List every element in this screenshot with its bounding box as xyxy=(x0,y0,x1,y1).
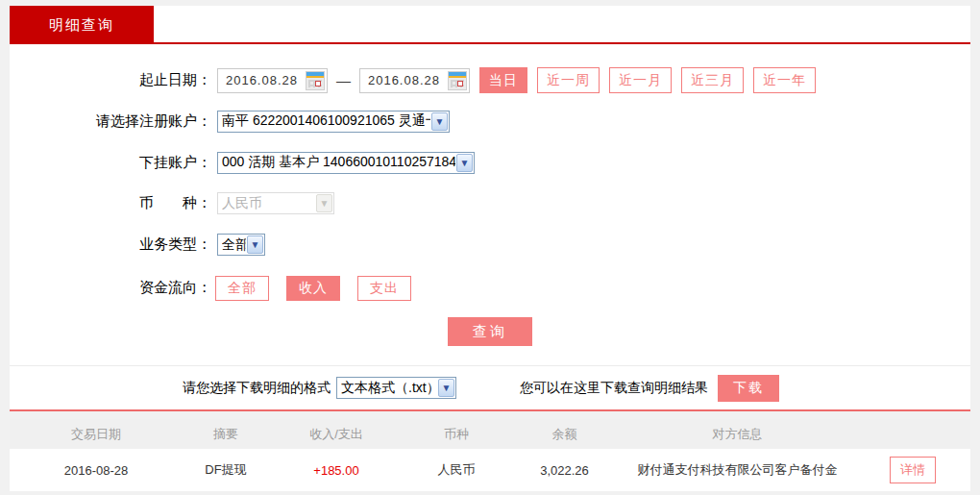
range-button-last-week[interactable]: 近一周 xyxy=(537,67,600,93)
currency-select: 人民币 ▼ xyxy=(217,192,334,214)
range-button-today[interactable]: 当日 xyxy=(479,67,527,93)
header-income-expense: 收入/支出 xyxy=(269,426,404,443)
chevron-down-icon[interactable]: ▼ xyxy=(431,112,448,131)
download-format-value: 文本格式（.txt） xyxy=(341,380,437,397)
end-date-input[interactable]: 2016.08.28 xyxy=(359,68,470,93)
range-button-last-3-months[interactable]: 近三月 xyxy=(681,67,744,93)
detail-button[interactable]: 详情 xyxy=(890,457,936,483)
download-format-select[interactable]: 文本格式（.txt） ▼ xyxy=(336,377,456,399)
fund-flow-all-button[interactable]: 全部 xyxy=(215,276,269,301)
end-date-value: 2016.08.28 xyxy=(360,73,448,87)
register-account-row: 请选择注册账户： 南平 6222001406100921065 灵通卡 ▼ xyxy=(10,110,970,133)
cell-currency: 人民币 xyxy=(404,461,509,479)
cell-summary: DF提现 xyxy=(183,461,269,479)
business-type-value: 全部 xyxy=(222,236,246,254)
register-account-label: 请选择注册账户： xyxy=(10,112,211,131)
currency-label: 币 种： xyxy=(10,194,211,212)
business-type-label: 业务类型： xyxy=(10,235,211,254)
date-range-dash: — xyxy=(336,72,351,88)
currency-value: 人民币 xyxy=(222,195,315,212)
register-account-select[interactable]: 南平 6222001406100921065 灵通卡 ▼ xyxy=(217,111,450,133)
cell-trade-date: 2016-08-28 xyxy=(10,463,183,478)
table-header-row: 交易日期 摘要 收入/支出 币种 余额 对方信息 xyxy=(10,419,970,449)
date-range-label: 起止日期： xyxy=(10,71,211,89)
cell-balance: 3,022.26 xyxy=(509,463,620,478)
calendar-icon[interactable] xyxy=(448,71,467,90)
calendar-icon[interactable] xyxy=(306,71,325,90)
fund-flow-row: 资金流向： 全部 收入 支出 xyxy=(10,275,970,301)
start-date-input[interactable]: 2016.08.28 xyxy=(217,68,328,93)
header-summary: 摘要 xyxy=(183,426,269,443)
business-type-row: 业务类型： 全部 ▼ xyxy=(10,234,970,256)
sub-account-label: 下挂账户： xyxy=(10,154,211,172)
sub-account-select[interactable]: 000 活期 基本户 1406600101102571848 ▼ xyxy=(217,152,475,174)
fund-flow-income-button[interactable]: 收入 xyxy=(286,276,340,301)
sub-account-row: 下挂账户： 000 活期 基本户 1406600101102571848 ▼ xyxy=(10,151,970,174)
register-account-value: 南平 6222001406100921065 灵通卡 xyxy=(222,112,430,130)
cell-counterparty: 财付通支付科技有限公司客户备付金 xyxy=(620,461,855,479)
fund-flow-expense-button[interactable]: 支出 xyxy=(357,276,411,301)
chevron-down-icon: ▼ xyxy=(316,194,332,212)
tab-detail-query[interactable]: 明细查询 xyxy=(10,6,154,44)
cell-amount: +185.00 xyxy=(269,463,404,478)
header-counterparty: 对方信息 xyxy=(620,426,855,443)
header-balance: 余额 xyxy=(509,426,620,443)
table-top-divider xyxy=(10,409,970,411)
chevron-down-icon[interactable]: ▼ xyxy=(438,379,454,397)
table-row: 2016-08-28 DF提现 +185.00 人民币 3,022.26 财付通… xyxy=(10,449,970,491)
sub-account-value: 000 活期 基本户 1406600101102571848 xyxy=(222,154,455,171)
date-range-row: 起止日期： 2016.08.28 — 2016.08.28 当日 近一周 近一月… xyxy=(10,67,970,93)
tab-bar: 明细查询 xyxy=(10,6,970,44)
download-format-label: 请您选择下载明细的格式 xyxy=(183,380,331,397)
business-type-select[interactable]: 全部 ▼ xyxy=(217,234,265,256)
download-hint-text: 您可以在这里下载查询明细结果 xyxy=(520,380,708,397)
start-date-value: 2016.08.28 xyxy=(218,73,306,87)
range-button-last-month[interactable]: 近一月 xyxy=(609,67,672,93)
page: 明细查询 起止日期： 2016.08.28 — 2016.08.28 当日 近一… xyxy=(0,0,980,491)
chevron-down-icon[interactable]: ▼ xyxy=(247,235,263,254)
fund-flow-label: 资金流向： xyxy=(10,279,211,297)
range-button-last-year[interactable]: 近一年 xyxy=(753,67,816,93)
currency-row: 币 种： 人民币 ▼ xyxy=(10,192,970,214)
header-currency: 币种 xyxy=(404,426,509,443)
download-button[interactable]: 下载 xyxy=(718,375,779,402)
download-section: 请您选择下载明细的格式 文本格式（.txt） ▼ 您可以在这里下载查询明细结果 … xyxy=(10,366,970,409)
query-form: 起止日期： 2016.08.28 — 2016.08.28 当日 近一周 近一月… xyxy=(10,44,970,366)
header-trade-date: 交易日期 xyxy=(10,426,183,443)
query-button[interactable]: 查询 xyxy=(448,317,532,346)
chevron-down-icon[interactable]: ▼ xyxy=(456,154,473,172)
